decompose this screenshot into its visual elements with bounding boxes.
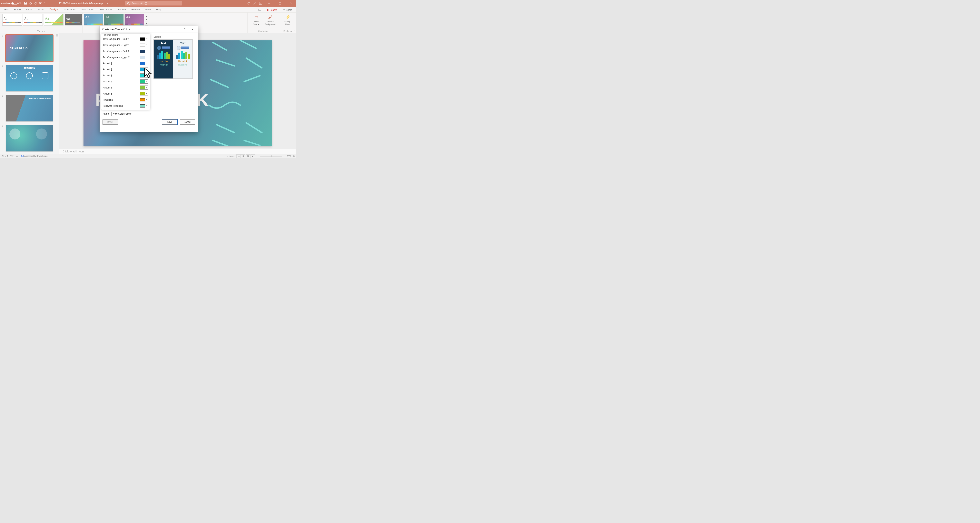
sample-group: Sample Text Hyperlink Hyperlink Text Hyp… [153,34,195,110]
theme-color-row: Text/Background - Dark 2▼ [103,48,148,54]
theme-color-label: Text/Background - Dark 1 [103,38,129,40]
name-label: Name: [102,112,109,115]
save-button[interactable]: Save [162,120,177,124]
theme-color-picker[interactable]: ▼ [140,92,148,96]
theme-color-label: Text/Background - Light 2 [103,56,130,59]
theme-color-label: Text/Background - Dark 2 [103,50,129,53]
theme-color-picker[interactable]: ▼ [140,98,148,102]
theme-color-picker[interactable]: ▼ [140,73,148,78]
theme-colors-legend: Theme colors [103,33,119,36]
theme-color-row: Accent 2▼ [103,66,148,72]
theme-color-label: Text/Background - Light 1 [103,44,130,46]
theme-color-row: Accent 6▼ [103,91,148,97]
theme-color-picker[interactable]: ▼ [140,67,148,72]
theme-colors-group: Theme colors Text/Background - Dark 1▼Te… [101,34,150,110]
dialog-help-button[interactable]: ? [182,27,188,32]
reset-button[interactable]: Reset [102,120,118,124]
theme-color-label: Hyperlink [103,99,113,101]
theme-color-row: Hyperlink▼ [103,97,148,103]
theme-color-label: Accent 2 [103,68,112,71]
theme-color-picker[interactable]: ▼ [140,80,148,84]
theme-color-row: Text/Background - Light 2▼ [103,54,148,60]
cancel-button[interactable]: Cancel [180,120,195,124]
theme-color-picker[interactable]: ▼ [140,61,148,65]
theme-color-row: Accent 4▼ [103,78,148,85]
sample-preview: Text Hyperlink Hyperlink Text Hyperlink … [153,40,192,79]
theme-color-label: Followed Hyperlink [103,105,123,107]
theme-color-picker[interactable]: ▼ [140,104,148,108]
theme-color-picker[interactable]: ▼ [140,86,148,90]
theme-name-input[interactable] [111,112,195,116]
theme-color-label: Accent 1 [103,62,112,65]
theme-color-row: Text/Background - Dark 1▼ [103,36,148,42]
theme-color-picker[interactable]: ▼ [140,49,148,53]
dialog-titlebar: Create New Theme Colors ? ✕ [100,26,198,33]
theme-color-row: Accent 3▼ [103,72,148,78]
sample-legend: Sample [153,35,195,38]
theme-color-picker[interactable]: ▼ [140,55,148,59]
theme-color-picker[interactable]: ▼ [140,43,148,47]
theme-color-picker[interactable]: ▼ [140,37,148,41]
theme-color-row: Accent 1▼ [103,60,148,66]
theme-color-row: Text/Background - Light 1▼ [103,42,148,48]
theme-color-label: Accent 5 [103,86,112,89]
dialog-title: Create New Theme Colors [102,28,130,31]
create-theme-colors-dialog: Create New Theme Colors ? ✕ Theme colors… [100,26,198,132]
theme-color-row: Accent 5▼ [103,85,148,91]
theme-color-label: Accent 3 [103,74,112,77]
theme-color-label: Accent 4 [103,80,112,83]
theme-color-row: Followed Hyperlink▼ [103,103,148,109]
theme-color-label: Accent 6 [103,92,112,95]
dialog-close-button[interactable]: ✕ [189,27,196,32]
